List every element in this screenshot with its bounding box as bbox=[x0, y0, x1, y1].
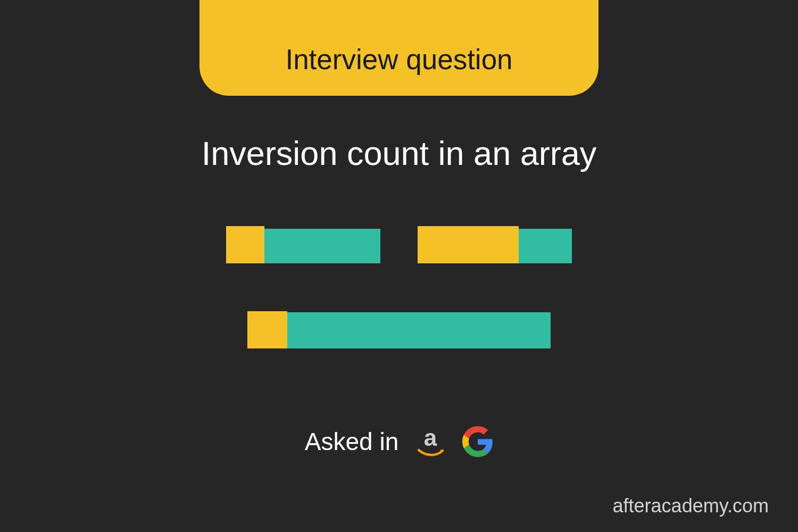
bar-teal-part bbox=[287, 312, 551, 348]
illustration-bars bbox=[0, 226, 798, 348]
bar-yellow-part bbox=[247, 311, 287, 348]
bar-yellow-part bbox=[226, 226, 264, 263]
interview-question-badge: Interview question bbox=[200, 0, 598, 96]
bar-teal-part bbox=[519, 229, 572, 263]
asked-in-label: Asked in bbox=[305, 427, 398, 456]
bar-row-top bbox=[226, 226, 572, 263]
svg-text:a: a bbox=[424, 425, 437, 451]
footer-attribution: afteracademy.com bbox=[613, 495, 769, 517]
bar-segment-1 bbox=[226, 226, 380, 263]
badge-label: Interview question bbox=[285, 43, 512, 76]
bar-teal-part bbox=[264, 229, 380, 263]
bar-segment-merged bbox=[247, 311, 551, 348]
amazon-icon: a bbox=[413, 425, 447, 459]
asked-in-row: Asked in a bbox=[0, 425, 798, 459]
question-title: Inversion count in an array bbox=[0, 134, 798, 172]
bar-yellow-part bbox=[418, 226, 519, 263]
bar-segment-2 bbox=[418, 226, 572, 263]
google-icon bbox=[462, 426, 493, 457]
